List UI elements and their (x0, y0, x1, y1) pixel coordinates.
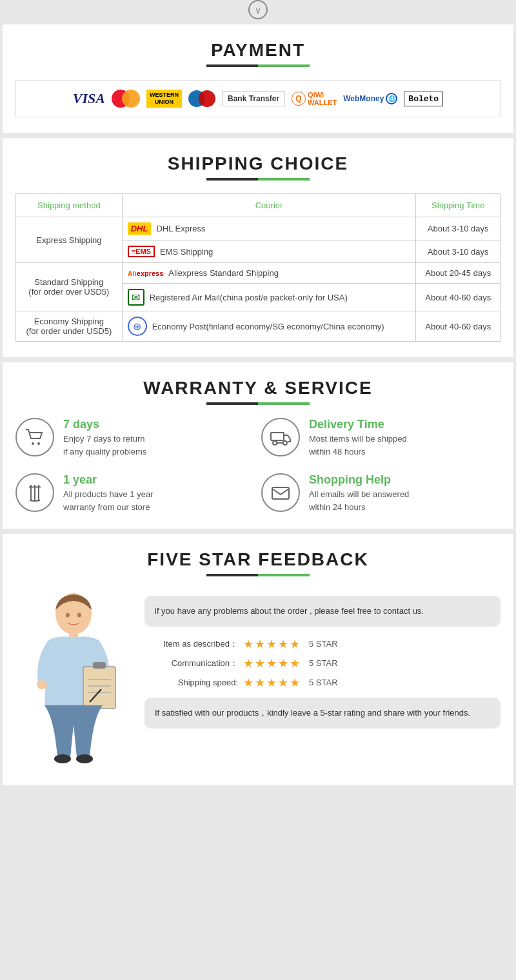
svg-point-0 (32, 442, 34, 445)
aliexpress-logo: Aliexpress (128, 270, 164, 277)
1year-desc: All products have 1 yearwarranty from ou… (63, 488, 153, 513)
economy-time: About 40-60 days (416, 311, 501, 342)
svg-rect-8 (272, 487, 289, 499)
dhl-name: DHL Express (156, 224, 205, 233)
star: ★ (243, 676, 253, 690)
person-figure (15, 589, 132, 770)
star: ★ (255, 676, 265, 690)
table-row: Standard Shipping(for order over USD5) A… (16, 263, 501, 284)
svg-point-19 (54, 754, 71, 763)
tools-icon-circle (15, 473, 54, 512)
rating-row-1: Communication： ★ ★ ★ ★ ★ 5 STAR (144, 656, 501, 671)
svg-rect-14 (93, 662, 106, 669)
shipping-underline (206, 178, 310, 181)
warranty-item-help: Shopping Help All emails will be answere… (261, 473, 501, 513)
star: ★ (290, 676, 300, 690)
ali-name: Aliexpress Standard Shipping (168, 268, 279, 278)
col-time: Shipping Time (416, 194, 501, 217)
star: ★ (290, 637, 300, 651)
ems-logo: ≡EMS (128, 246, 155, 257)
table-row: Express Shipping DHL DHL Express About 3… (16, 217, 501, 240)
webmoney-text: WebMoney (343, 94, 384, 103)
star: ★ (278, 637, 288, 651)
rating-row-0: Item as described： ★ ★ ★ ★ ★ 5 STAR (144, 637, 501, 651)
dhl-time: About 3-10 days (416, 217, 501, 240)
svg-point-4 (283, 441, 287, 445)
economy-courier-cell: ⊕ Economy Post(finland economy/SG econom… (122, 311, 416, 342)
star: ★ (278, 676, 288, 690)
payment-section: PAYMENT VISA WESTERNUNION Bank Transfer … (3, 24, 513, 133)
rating-label-0: Item as described： (144, 638, 238, 650)
qiwi-logo: Q QIWIWALLET (292, 91, 337, 106)
warranty-underline (206, 402, 310, 405)
svg-point-20 (76, 754, 93, 763)
ems-time: About 3-10 days (416, 240, 501, 263)
dhl-inner: DHL DHL Express (128, 222, 411, 235)
feedback-bubble-top: if you have any problems about the order… (144, 596, 501, 627)
ali-inner: Aliexpress Aliexpress Standard Shipping (128, 268, 411, 278)
western-union-logo: WESTERNUNION (146, 90, 182, 108)
svg-rect-13 (83, 667, 115, 709)
col-courier: Courier (122, 194, 416, 217)
1year-text: 1 year All products have 1 yearwarranty … (63, 473, 153, 513)
qiwi-text: QIWIWALLET (308, 91, 337, 106)
delivery-desc: Most items will be shippedwithin 48 hour… (309, 433, 407, 458)
1year-heading: 1 year (63, 473, 153, 487)
economy-inner: ⊕ Economy Post(finland economy/SG econom… (128, 317, 411, 336)
mail-icon-circle (261, 473, 300, 512)
7days-heading: 7 days (63, 418, 146, 431)
star: ★ (255, 656, 265, 671)
maestro-red-circle (199, 90, 215, 107)
webmoney-logo: WebMoney 🌐 (343, 93, 397, 104)
warranty-grid: 7 days Enjoy 7 days to returnif any qual… (15, 418, 501, 513)
rating-label-2: Shipping speed: (144, 678, 238, 687)
mastercard-logo (112, 90, 140, 108)
stars-2: ★ ★ ★ ★ ★ (243, 676, 300, 690)
col-method: Shipping method (16, 194, 123, 217)
star: ★ (266, 656, 277, 671)
rating-text-2: 5 STAR (309, 678, 338, 687)
feedback-bubble-bottom: If satisfied with our products，kindly le… (144, 698, 501, 729)
rating-row-2: Shipping speed: ★ ★ ★ ★ ★ 5 STAR (144, 676, 501, 690)
help-text: Shopping Help All emails will be answere… (309, 473, 409, 513)
express-shipping-cell: Express Shipping (16, 217, 123, 263)
dhl-courier-cell: DHL DHL Express (122, 217, 416, 240)
star: ★ (290, 656, 300, 671)
star: ★ (243, 637, 253, 651)
help-desc: All emails will be answeredwithin 24 hou… (309, 488, 409, 513)
top-circle-icon: ∨ (0, 0, 516, 19)
help-heading: Shopping Help (309, 473, 409, 487)
star: ★ (278, 656, 288, 671)
rating-text-1: 5 STAR (309, 658, 338, 668)
svg-point-21 (66, 613, 70, 618)
rating-label-1: Communication： (144, 658, 238, 669)
ems-courier-cell: ≡EMS EMS Shipping (122, 240, 416, 263)
shipping-section: SHIPPING CHOICE Shipping method Courier … (3, 138, 513, 357)
un-icon: ⊕ (128, 317, 147, 336)
rating-text-0: 5 STAR (309, 639, 338, 649)
truck-icon-circle (261, 418, 300, 456)
economy-shipping-cell: Economy Shipping(for order under USD5) (16, 311, 123, 342)
bank-transfer-logo: Bank Transfer (222, 91, 285, 106)
feedback-title: FIVE STAR FEEDBACK (15, 549, 501, 570)
table-row: Economy Shipping(for order under USD5) ⊕… (16, 311, 501, 342)
chinapost-time: About 40-60 days (416, 284, 501, 311)
visa-logo: VISA (73, 90, 105, 107)
economy-name: Economy Post(finland economy/SG economy/… (152, 322, 384, 331)
webmoney-globe-icon: 🌐 (386, 93, 397, 104)
star: ★ (266, 676, 277, 690)
feedback-right: if you have any problems about the order… (144, 589, 501, 729)
warranty-item-1year: 1 year All products have 1 yearwarranty … (15, 473, 255, 513)
chinapost-inner: ✉ Registered Air Mail(china post/e packe… (128, 289, 411, 306)
ali-time: About 20-45 days (416, 263, 501, 284)
feedback-section: FIVE STAR FEEDBACK (3, 534, 513, 785)
qiwi-icon: Q (292, 92, 306, 106)
shipping-title: SHIPPING CHOICE (15, 153, 501, 174)
standard-shipping-cell: Standard Shipping(for order over USD5) (16, 263, 123, 311)
star: ★ (266, 637, 277, 651)
chinapost-name: Registered Air Mail(china post/e packet-… (150, 293, 348, 302)
boleto-logo: Boleto (404, 92, 443, 106)
ems-name: EMS Shipping (160, 247, 213, 257)
svg-point-1 (37, 442, 40, 445)
svg-point-11 (37, 680, 47, 689)
